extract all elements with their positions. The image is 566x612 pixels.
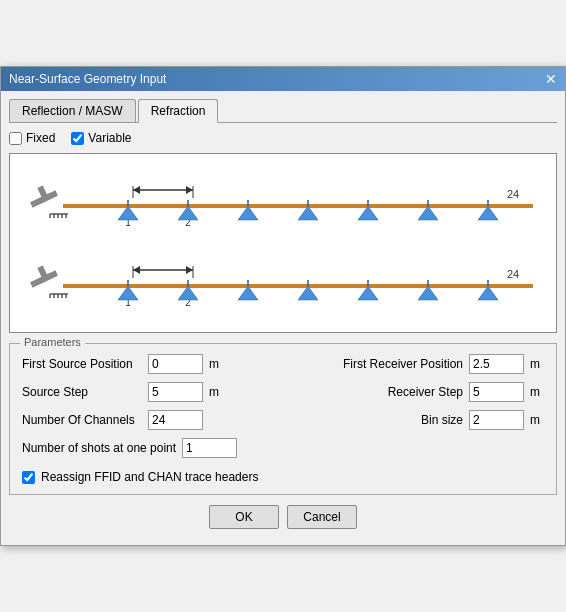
svg-marker-54 bbox=[298, 286, 318, 300]
params-grid: First Source Position m First Receiver P… bbox=[22, 354, 544, 484]
number-of-shots-input[interactable] bbox=[182, 438, 237, 458]
svg-marker-13 bbox=[186, 186, 193, 194]
number-of-shots-label: Number of shots at one point bbox=[22, 441, 176, 455]
svg-marker-58 bbox=[418, 286, 438, 300]
first-source-position-input[interactable] bbox=[148, 354, 203, 374]
reassign-checkbox[interactable] bbox=[22, 471, 35, 484]
ok-button[interactable]: OK bbox=[209, 505, 279, 529]
svg-marker-21 bbox=[238, 206, 258, 220]
receiver-step-input[interactable] bbox=[469, 382, 524, 402]
survey-diagram-bottom: 1 2 24 bbox=[18, 248, 548, 318]
cancel-button[interactable]: Cancel bbox=[287, 505, 357, 529]
svg-marker-19 bbox=[178, 206, 198, 220]
first-receiver-position-unit: m bbox=[530, 357, 544, 371]
first-receiver-position-input[interactable] bbox=[469, 354, 524, 374]
window-content: Reflection / MASW Refraction Fixed Varia… bbox=[1, 91, 565, 545]
svg-marker-12 bbox=[133, 186, 140, 194]
reassign-row: Reassign FFID and CHAN trace headers bbox=[22, 470, 544, 484]
source-step-unit: m bbox=[209, 385, 223, 399]
receiver-step-unit: m bbox=[530, 385, 544, 399]
first-receiver-position-row: First Receiver Position m bbox=[288, 354, 544, 374]
tab-reflection[interactable]: Reflection / MASW bbox=[9, 99, 136, 122]
window-title: Near-Surface Geometry Input bbox=[9, 72, 166, 86]
svg-text:24: 24 bbox=[507, 268, 519, 280]
checkboxes-row: Fixed Variable bbox=[9, 131, 557, 145]
first-source-position-row: First Source Position m bbox=[22, 354, 278, 374]
title-bar: Near-Surface Geometry Input ✕ bbox=[1, 67, 565, 91]
bin-size-row: Bin size m bbox=[288, 410, 544, 430]
svg-marker-29 bbox=[478, 206, 498, 220]
svg-marker-56 bbox=[358, 286, 378, 300]
number-of-channels-label: Number Of Channels bbox=[22, 413, 142, 427]
button-row: OK Cancel bbox=[9, 505, 557, 537]
fixed-checkbox-label[interactable]: Fixed bbox=[9, 131, 55, 145]
source-step-input[interactable] bbox=[148, 382, 203, 402]
first-source-position-unit: m bbox=[209, 357, 223, 371]
tab-refraction[interactable]: Refraction bbox=[138, 99, 219, 123]
number-of-shots-row: Number of shots at one point bbox=[22, 438, 278, 458]
survey-diagram-top: 1 2 24 bbox=[18, 168, 548, 238]
close-button[interactable]: ✕ bbox=[545, 72, 557, 86]
main-window: Near-Surface Geometry Input ✕ Reflection… bbox=[0, 66, 566, 546]
reassign-label: Reassign FFID and CHAN trace headers bbox=[41, 470, 258, 484]
number-of-channels-input[interactable] bbox=[148, 410, 203, 430]
source-step-label: Source Step bbox=[22, 385, 142, 399]
svg-text:24: 24 bbox=[507, 188, 519, 200]
svg-marker-52 bbox=[238, 286, 258, 300]
variable-checkbox[interactable] bbox=[71, 132, 84, 145]
svg-marker-23 bbox=[298, 206, 318, 220]
fixed-checkbox[interactable] bbox=[9, 132, 22, 145]
svg-marker-50 bbox=[178, 286, 198, 300]
svg-marker-48 bbox=[118, 286, 138, 300]
number-of-channels-row: Number Of Channels bbox=[22, 410, 278, 430]
svg-marker-25 bbox=[358, 206, 378, 220]
variable-checkbox-label[interactable]: Variable bbox=[71, 131, 131, 145]
bin-size-input[interactable] bbox=[469, 410, 524, 430]
params-legend: Parameters bbox=[20, 336, 85, 348]
svg-marker-17 bbox=[118, 206, 138, 220]
bin-size-label: Bin size bbox=[288, 413, 463, 427]
first-receiver-position-label: First Receiver Position bbox=[288, 357, 463, 371]
svg-marker-27 bbox=[418, 206, 438, 220]
receiver-step-label: Receiver Step bbox=[288, 385, 463, 399]
receiver-step-row: Receiver Step m bbox=[288, 382, 544, 402]
svg-marker-60 bbox=[478, 286, 498, 300]
bin-size-unit: m bbox=[530, 413, 544, 427]
parameters-group: Parameters First Source Position m First… bbox=[9, 343, 557, 495]
source-step-row: Source Step m bbox=[22, 382, 278, 402]
tab-bar: Reflection / MASW Refraction bbox=[9, 99, 557, 123]
diagram-area: 1 2 24 bbox=[9, 153, 557, 333]
first-source-position-label: First Source Position bbox=[22, 357, 142, 371]
